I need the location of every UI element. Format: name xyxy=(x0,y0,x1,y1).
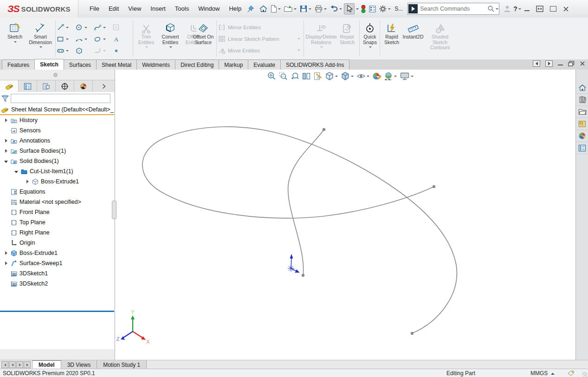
expander[interactable] xyxy=(3,139,9,143)
display-delete-relations-button[interactable]: Display/Delete Relations xyxy=(306,20,336,49)
spline-endpoint[interactable] xyxy=(433,185,435,188)
expander[interactable] xyxy=(3,251,9,255)
open-document-button[interactable] xyxy=(283,4,298,14)
save-button[interactable] xyxy=(298,4,313,14)
graphics-viewport[interactable]: Y X Z xyxy=(115,70,575,360)
expander[interactable] xyxy=(3,118,9,122)
tree-item-front-plane[interactable]: Front Plane xyxy=(3,207,114,217)
search-icon[interactable] xyxy=(487,5,495,13)
appearances-scenes-icon[interactable] xyxy=(576,130,588,142)
pane-collapse-right-icon[interactable] xyxy=(545,60,553,67)
display-style-button[interactable] xyxy=(341,72,354,81)
tab-feature-manager[interactable] xyxy=(0,80,19,92)
smart-dimension-button[interactable]: Smart Dimension xyxy=(26,20,55,49)
quick-snaps-button[interactable]: Quick Snaps xyxy=(361,20,379,49)
tab-features[interactable]: Features xyxy=(2,59,35,70)
resize-grip[interactable] xyxy=(582,372,587,377)
tree-item-surface-sweep[interactable]: Surface-Sweep1 xyxy=(3,258,114,268)
tab-3d-views[interactable]: 3D Views xyxy=(61,360,97,369)
tab-solidworks-add-ins[interactable]: SOLIDWORKS Add-Ins xyxy=(280,59,349,70)
expander[interactable] xyxy=(13,170,19,173)
selection-filter-icon[interactable] xyxy=(360,4,367,14)
tag-editor-icon[interactable] xyxy=(567,370,575,377)
trim-entities-button[interactable]: Trim Entities xyxy=(136,20,157,49)
expander[interactable] xyxy=(3,149,9,153)
sketch-button[interactable]: Sketch xyxy=(4,20,26,44)
tree-item-right-plane[interactable]: Right Plane xyxy=(3,228,114,238)
convert-entities-button[interactable]: Convert Entities xyxy=(158,20,183,49)
maximize-button[interactable] xyxy=(550,6,556,12)
tab-direct-editing[interactable]: Direct Editing xyxy=(175,59,219,70)
tree-item-boss-extrude-cutlist[interactable]: Boss-Extrude1 xyxy=(24,176,114,187)
menu-help[interactable]: Help xyxy=(224,0,246,18)
new-document-button[interactable] xyxy=(269,4,282,14)
settings-gear-button[interactable] xyxy=(378,4,392,14)
close-button[interactable] xyxy=(563,6,569,12)
circle-tool[interactable] xyxy=(75,22,94,33)
tab-surfaces[interactable]: Surfaces xyxy=(64,59,97,70)
tree-item-material[interactable]: Material <not specified> xyxy=(3,197,114,207)
doc-restore-button[interactable] xyxy=(568,61,575,66)
tab-display-manager[interactable] xyxy=(74,80,93,92)
pane-collapse-left-icon[interactable] xyxy=(533,60,540,67)
tree-item-surface-bodies[interactable]: Surface Bodies(1) xyxy=(3,146,114,156)
sketch-text-tool[interactable]: A xyxy=(112,33,126,45)
tab-sketch[interactable]: Sketch xyxy=(34,59,64,70)
select-tool-dropdown[interactable] xyxy=(356,8,359,11)
menu-view[interactable]: View xyxy=(123,0,146,18)
zoom-to-fit-icon[interactable] xyxy=(267,72,276,81)
menu-tools[interactable]: Tools xyxy=(170,0,194,18)
search-dropdown[interactable] xyxy=(496,8,498,11)
tab-model[interactable]: Model xyxy=(32,360,61,369)
arc-tool[interactable] xyxy=(75,33,94,45)
minimize-button[interactable] xyxy=(524,10,530,11)
spline-endpoint[interactable] xyxy=(411,332,414,335)
tree-item-boss-extrude[interactable]: Boss-Extrude1 xyxy=(3,248,114,258)
smart-dimension-flyout[interactable] xyxy=(39,46,42,49)
design-library-icon[interactable] xyxy=(576,94,588,106)
spline-endpoint[interactable] xyxy=(302,274,304,277)
shaded-sketch-contours-button[interactable]: Shaded Sketch Contours xyxy=(426,20,454,51)
tree-item-sensors[interactable]: Sensors xyxy=(3,125,114,136)
search-scope-icon[interactable] xyxy=(408,4,418,13)
taskpane-home-icon[interactable] xyxy=(576,82,588,94)
expander[interactable] xyxy=(3,261,9,265)
origin-marker[interactable] xyxy=(288,255,299,273)
tree-item-solid-bodies[interactable]: Solid Bodies(1) xyxy=(3,156,114,166)
user-account-icon[interactable] xyxy=(502,4,512,14)
last-tab-button[interactable] xyxy=(24,361,31,368)
prev-tab-button[interactable] xyxy=(9,361,16,368)
repair-sketch-button[interactable]: Repair Sketch xyxy=(336,20,358,45)
offset-on-surface-button[interactable]: Offset On Surface xyxy=(191,20,215,45)
file-explorer-icon[interactable] xyxy=(576,106,588,118)
expander[interactable] xyxy=(3,160,9,163)
panel-collapse-handle[interactable] xyxy=(53,73,58,77)
select-tool-button[interactable] xyxy=(344,3,355,14)
instant2d-button[interactable]: Instant2D xyxy=(402,20,424,40)
tree-item-annotations[interactable]: A Annotations xyxy=(3,136,114,146)
slot-tool[interactable] xyxy=(57,45,75,57)
tab-motion-study-1[interactable]: Motion Study 1 xyxy=(97,360,147,369)
doc-minimize-button[interactable] xyxy=(558,65,563,65)
convert-entities-flyout[interactable] xyxy=(169,46,172,49)
tree-item-3dsketch1[interactable]: 3D 3DSketch1 xyxy=(3,268,114,279)
doc-close-button[interactable] xyxy=(580,61,585,66)
panel-splitter-handle[interactable] xyxy=(112,201,116,219)
menu-edit[interactable]: Edit xyxy=(104,0,123,18)
edit-appearance-icon[interactable] xyxy=(372,72,381,81)
menu-window[interactable]: Window xyxy=(194,0,224,18)
linear-sketch-pattern-button[interactable]: Linear Sketch Pattern xyxy=(218,33,301,45)
apply-scene-button[interactable] xyxy=(384,72,397,81)
sketch-flyout[interactable] xyxy=(14,41,17,44)
zoom-to-area-icon[interactable] xyxy=(278,72,288,81)
tab-markup[interactable]: Markup xyxy=(219,59,248,70)
polygon-tool[interactable] xyxy=(75,45,94,57)
ellipse-tool[interactable] xyxy=(94,33,112,45)
options-properties-icon[interactable] xyxy=(368,4,377,14)
units-label[interactable]: MMGS xyxy=(530,370,548,377)
s-spline-curve[interactable] xyxy=(288,130,324,275)
trim-entities-flyout[interactable] xyxy=(145,46,148,49)
point-tool[interactable] xyxy=(112,45,126,57)
rectangle-tool[interactable] xyxy=(57,33,75,45)
helix-spline-curve[interactable] xyxy=(142,127,457,333)
